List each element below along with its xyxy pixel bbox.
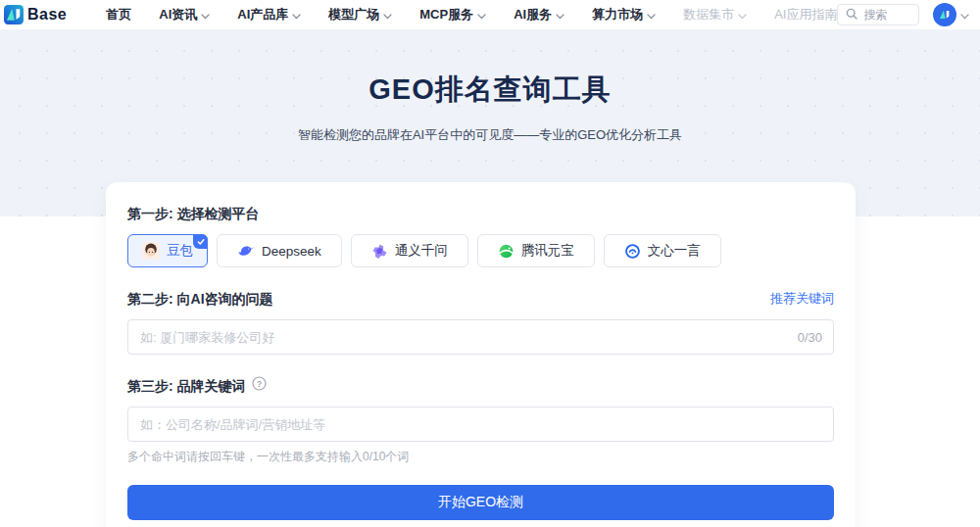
chevron-down-icon: [383, 8, 392, 23]
deepseek-whale-icon: [237, 242, 255, 260]
search-icon: [846, 6, 858, 24]
platform-selector: 豆包 Deepseek: [127, 234, 834, 267]
user-menu[interactable]: [933, 3, 969, 26]
search-box[interactable]: 搜索: [837, 4, 919, 25]
nav-right: 搜索: [837, 3, 969, 26]
nav-item-model-square[interactable]: 模型广场: [328, 6, 392, 24]
platform-deepseek[interactable]: Deepseek: [217, 234, 342, 267]
help-question-icon[interactable]: ?: [252, 376, 267, 396]
nav-item-ai-app-guide[interactable]: AI应用指南: [774, 6, 837, 24]
chevron-down-icon: [292, 8, 301, 23]
step3-label: 第三步: 品牌关键词 ?: [127, 376, 834, 396]
aibase-logo-text: Base: [27, 6, 67, 24]
top-navbar: Base 首页 AI资讯 AI产品库 模型广场 MCP服务: [0, 0, 980, 29]
brand-keywords-input[interactable]: [127, 407, 834, 442]
page: Base 首页 AI资讯 AI产品库 模型广场 MCP服务: [0, 0, 980, 527]
nav-item-mcp-services[interactable]: MCP服务: [419, 6, 486, 24]
doubao-avatar-icon: [142, 242, 160, 260]
wenxin-yiyan-icon: [624, 243, 641, 260]
svg-text:?: ?: [256, 379, 261, 389]
nav-item-ai-products[interactable]: AI产品库: [237, 6, 301, 24]
step2-row: 第二步: 向AI咨询的问题 推荐关键词: [127, 289, 834, 309]
platform-wenxin-yiyan[interactable]: 文心一言: [604, 234, 721, 267]
chevron-down-icon: [960, 6, 969, 24]
step1-label: 第一步: 选择检测平台: [127, 204, 834, 223]
tencent-yuanbao-icon: [498, 243, 514, 260]
step2-label: 第二步: 向AI咨询的问题: [127, 289, 273, 309]
nav-item-data-market[interactable]: 数据集市: [683, 6, 747, 24]
recommend-keywords-link[interactable]: 推荐关键词: [770, 290, 834, 308]
nav-item-compute-market[interactable]: 算力市场: [592, 6, 656, 24]
nav-item-ai-news[interactable]: AI资讯: [159, 6, 210, 24]
aibase-logo-icon: [4, 5, 24, 24]
chevron-down-icon: [201, 8, 210, 23]
start-geo-check-button[interactable]: 开始GEO检测: [127, 485, 834, 520]
question-input-wrap: 0/30: [127, 319, 834, 355]
brand-input-wrap: [127, 407, 834, 442]
chevron-down-icon: [738, 8, 747, 23]
brand-keywords-hint: 多个命中词请按回车键，一次性最多支持输入0/10个词: [127, 449, 834, 464]
main-nav: 首页 AI资讯 AI产品库 模型广场 MCP服务 AI服务: [106, 6, 837, 24]
selected-check-icon: [193, 234, 208, 249]
aibase-logo[interactable]: Base: [4, 5, 67, 24]
question-input[interactable]: [127, 319, 834, 355]
platform-tongyi-qianwen[interactable]: 通义千问: [351, 234, 468, 267]
nav-item-ai-services[interactable]: AI服务: [514, 6, 564, 24]
search-placeholder: 搜索: [863, 7, 887, 24]
page-subtitle: 智能检测您的品牌在AI平台中的可见度——专业的GEO优化分析工具: [0, 126, 980, 144]
chevron-down-icon: [477, 8, 486, 23]
platform-doubao[interactable]: 豆包: [127, 234, 208, 267]
qwen-icon: [371, 243, 388, 260]
chevron-down-icon: [556, 8, 564, 23]
chevron-down-icon: [647, 8, 656, 23]
page-title: GEO排名查询工具: [0, 71, 980, 110]
geo-tool-card: 第一步: 选择检测平台 豆包: [106, 182, 856, 527]
avatar: [933, 3, 956, 26]
platform-tencent-yuanbao[interactable]: 腾讯元宝: [477, 234, 595, 267]
nav-item-home[interactable]: 首页: [106, 6, 131, 24]
